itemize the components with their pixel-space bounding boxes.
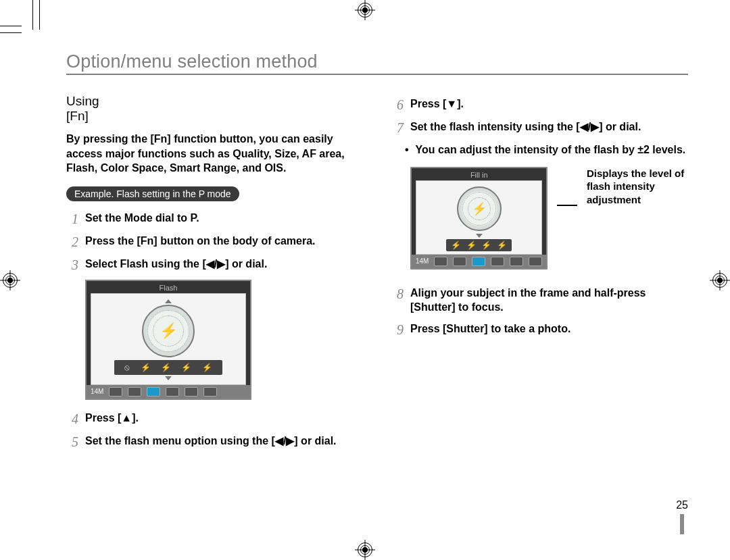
camera-screen-stage: ⚡ ⦸ ⚡ ⚡ ⚡ ⚡ [91,293,246,385]
status-chip [510,257,523,266]
camera-screen-stage: ⚡ ⚡ ⚡ ⚡ ⚡ [416,180,542,255]
step-text: Set the Mode dial to P. [85,211,199,227]
camera-screen: Flash ⚡ ⦸ ⚡ ⚡ ⚡ ⚡ [85,280,251,400]
status-chip [166,387,179,397]
flash-redeye-icon: ⚡ [181,363,191,372]
registration-mark-icon [712,273,727,288]
step-item: 3Select Flash using the [◀/▶] or dial. [66,257,363,273]
caret-up-icon [165,299,172,303]
step-number: 9 [391,322,404,338]
step-text: Press [▲]. [85,411,139,427]
flash-slow-icon: ⚡ [202,363,212,372]
step-number: 2 [66,234,78,250]
two-column-layout: Using [Fn] By pressing the [Fn] function… [66,94,688,457]
step-number: 8 [391,286,404,315]
status-chip-selected [147,387,160,397]
option-bar: ⦸ ⚡ ⚡ ⚡ ⚡ [114,360,222,375]
mode-dial-icon: ⚡ [457,186,502,231]
bullet-dot: • [405,143,409,157]
callout-line [557,205,577,206]
status-chip-selected [472,257,485,266]
registration-mark-icon [358,542,372,557]
flash-bolt-icon: ⚡ [472,201,487,216]
step-text: Press [▼]. [410,97,464,113]
step-text: Set the flash menu option using the [◀/▶… [85,434,337,450]
flash-level-icon: ⚡ [451,240,461,250]
status-chip [203,387,217,397]
flash-level-icon: ⚡ [497,240,507,250]
status-resolution: 14M [416,257,429,265]
step-text: Align your subject in the frame and half… [410,286,688,315]
flash-icon: ⚡ [141,363,151,372]
step-number: 7 [391,120,404,136]
camera-screen-title: Fill in [412,168,546,180]
step-text: Set the flash intensity using the [◀/▶] … [410,120,641,136]
steps-list: 1Set the Mode dial to P. 2Press the [Fn]… [66,211,363,273]
step-item: 7Set the flash intensity using the [◀/▶]… [391,120,688,136]
step-number: 6 [391,97,404,113]
status-chip [109,387,122,397]
figure-fillin-with-callout: Fill in ⚡ ⚡ ⚡ ⚡ ⚡ 14M [410,167,688,270]
flash-auto-icon: ⚡ [161,363,171,372]
intensity-bar: ⚡ ⚡ ⚡ ⚡ [446,239,512,251]
status-chip [185,387,198,397]
step-number: 1 [66,211,78,227]
figure-flash-screen: Flash ⚡ ⦸ ⚡ ⚡ ⚡ ⚡ [85,280,363,400]
step-number: 5 [66,434,78,450]
title-rule [66,74,688,75]
bullet-text: You can adjust the intensity of the flas… [416,143,686,157]
crop-line [39,0,40,30]
status-resolution: 14M [91,388,103,395]
page: Option/menu selection method Using [Fn] … [0,0,730,560]
status-chip [491,257,504,266]
page-number-block: 25 [676,499,688,534]
status-chip [529,257,542,266]
step-text: Press [Shutter] to take a photo. [410,322,570,338]
step-item: 5Set the flash menu option using the [◀/… [66,434,363,450]
content-area: Option/menu selection method Using [Fn] … [66,51,688,534]
status-bar: 14M [87,385,250,399]
right-column: 6Press [▼]. 7Set the flash intensity usi… [391,94,688,457]
example-pill: Example. Flash setting in the P mode [66,186,239,201]
step-item: 2Press the [Fn] button on the body of ca… [66,234,363,250]
callout-text: Displays the level of flash intensity ad… [587,167,688,207]
step-number: 3 [66,257,78,273]
step-item: 9Press [Shutter] to take a photo. [391,322,688,338]
registration-mark-icon [358,3,372,18]
flash-level-icon: ⚡ [466,240,477,250]
page-number: 25 [676,499,688,511]
step-item: 6Press [▼]. [391,97,688,113]
camera-screen-title: Flash [87,281,250,293]
step-text: Select Flash using the [◀/▶] or dial. [85,257,267,273]
crop-line [32,0,33,30]
left-column: Using [Fn] By pressing the [Fn] function… [66,94,363,457]
page-number-bar [680,514,684,534]
camera-screen: Fill in ⚡ ⚡ ⚡ ⚡ ⚡ 14M [410,167,548,270]
page-title: Option/menu selection method [66,51,688,72]
bullet-item: • You can adjust the intensity of the fl… [405,143,688,157]
steps-list: 4Press [▲]. 5Set the flash menu option u… [66,411,363,450]
crop-line [0,32,22,33]
status-chip [434,257,447,266]
flash-level-icon: ⚡ [481,240,491,250]
crop-line [0,26,22,26]
step-item: 4Press [▲]. [66,411,363,427]
step-item: 8Align your subject in the frame and hal… [391,286,688,315]
status-chip [453,257,466,266]
step-number: 4 [66,411,78,427]
steps-list: 6Press [▼]. 7Set the flash intensity usi… [391,97,688,136]
mode-dial-icon: ⚡ [142,305,195,357]
status-chip [128,387,141,397]
caret-down-icon [476,234,483,238]
steps-list: 8Align your subject in the frame and hal… [391,286,688,338]
flash-bolt-icon: ⚡ [160,322,178,340]
flash-off-icon: ⦸ [124,363,130,372]
step-item: 1Set the Mode dial to P. [66,211,363,227]
caret-down-icon [165,376,172,380]
step-text: Press the [Fn] button on the body of cam… [85,234,315,250]
section-heading: Using [Fn] [66,94,88,124]
status-bar: 14M [412,255,546,268]
intro-paragraph: By pressing the [Fn] function button, yo… [66,132,363,176]
registration-mark-icon [3,273,18,288]
